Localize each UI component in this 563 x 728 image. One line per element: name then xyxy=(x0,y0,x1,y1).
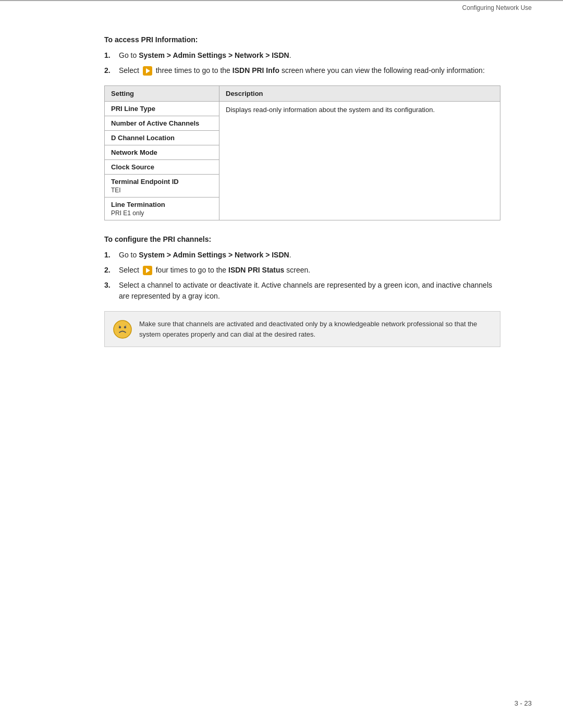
play-button-icon xyxy=(143,266,152,275)
step-number: 2. xyxy=(104,265,119,276)
page-number: 3 - 23 xyxy=(515,699,532,707)
page-container: Configuring Network Use To access PRI In… xyxy=(0,0,563,728)
top-header: Configuring Network Use xyxy=(0,0,563,15)
section1: To access PRI Information: 1. Go to Syst… xyxy=(104,35,500,220)
info-table: Setting Description PRI Line TypeDisplay… xyxy=(104,85,500,220)
step-item: 2. Select three times to go to the ISDN … xyxy=(104,65,500,76)
step-content: Select a channel to activate or deactiva… xyxy=(119,280,500,302)
table-row-setting: Clock Source xyxy=(105,160,219,175)
section1-heading: To access PRI Information: xyxy=(104,35,500,44)
step1-bold: System > Admin Settings > Network > ISDN xyxy=(139,251,289,259)
section-title: Configuring Network Use xyxy=(462,4,532,11)
table-row-setting: Network Mode xyxy=(105,145,219,160)
table-row-setting: D Channel Location xyxy=(105,131,219,145)
section1-steps: 1. Go to System > Admin Settings > Netwo… xyxy=(104,50,500,76)
section2-heading: To configure the PRI channels: xyxy=(104,235,500,243)
step-number: 1. xyxy=(104,250,119,261)
step-number: 2. xyxy=(104,65,119,76)
table-row-description: Displays read-only information about the… xyxy=(219,102,500,220)
col-header-setting: Setting xyxy=(105,86,219,102)
caution-icon xyxy=(113,320,132,339)
step-item: 1. Go to System > Admin Settings > Netwo… xyxy=(104,250,500,261)
step-item: 2. Select four times to go to the ISDN P… xyxy=(104,265,500,276)
table-row-setting: Terminal Endpoint IDTEI xyxy=(105,175,219,198)
play-button-icon xyxy=(143,66,152,76)
step-number: 1. xyxy=(104,50,119,61)
screen-name: ISDN PRI Status xyxy=(228,266,284,274)
screen-name: ISDN PRI Info xyxy=(232,66,279,75)
step-item: 1. Go to System > Admin Settings > Netwo… xyxy=(104,50,500,61)
table-row-setting: Line TerminationPRI E1 only xyxy=(105,198,219,220)
step-item: 3. Select a channel to activate or deact… xyxy=(104,280,500,302)
step-content: Select four times to go to the ISDN PRI … xyxy=(119,265,500,276)
step1-bold: System > Admin Settings > Network > ISDN xyxy=(139,51,289,59)
col-header-description: Description xyxy=(219,86,500,102)
step-number: 3. xyxy=(104,280,119,291)
note-box: Make sure that channels are activated an… xyxy=(104,311,500,347)
step-content: Go to System > Admin Settings > Network … xyxy=(119,50,500,61)
table-row-setting: Number of Active Channels xyxy=(105,116,219,131)
note-text: Make sure that channels are activated an… xyxy=(139,319,492,339)
step-content: Go to System > Admin Settings > Network … xyxy=(119,250,500,261)
section2-steps: 1. Go to System > Admin Settings > Netwo… xyxy=(104,250,500,302)
content-area: To access PRI Information: 1. Go to Syst… xyxy=(0,30,563,378)
table-row-setting: PRI Line Type xyxy=(105,102,219,116)
section2: To configure the PRI channels: 1. Go to … xyxy=(104,235,500,347)
svg-point-1 xyxy=(119,326,121,328)
step-content: Select three times to go to the ISDN PRI… xyxy=(119,65,500,76)
svg-point-0 xyxy=(114,320,131,338)
svg-point-2 xyxy=(124,326,126,328)
